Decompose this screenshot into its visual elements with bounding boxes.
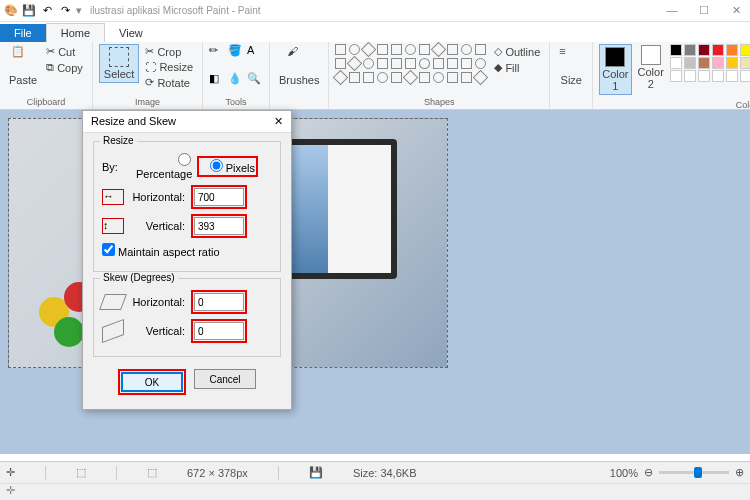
- shape-cell[interactable]: [405, 44, 416, 55]
- crop-button[interactable]: ✂Crop: [142, 44, 196, 59]
- color-swatch[interactable]: [740, 57, 750, 69]
- color-swatch[interactable]: [684, 44, 696, 56]
- shape-cell[interactable]: [461, 58, 472, 69]
- shape-cell[interactable]: [335, 58, 346, 69]
- radio-percentage[interactable]: Percentage: [136, 153, 191, 180]
- color-swatch[interactable]: [726, 70, 738, 82]
- pencil-icon[interactable]: ✏: [209, 44, 225, 57]
- color-swatch[interactable]: [740, 44, 750, 56]
- brushes-button[interactable]: 🖌Brushes: [276, 44, 322, 87]
- color-swatch[interactable]: [726, 57, 738, 69]
- tab-view[interactable]: View: [105, 24, 157, 42]
- shape-cell[interactable]: [475, 44, 486, 55]
- color-swatch[interactable]: [684, 70, 696, 82]
- color-swatch[interactable]: [684, 57, 696, 69]
- radio-pixels[interactable]: Pixels: [200, 159, 255, 174]
- shape-cell[interactable]: [377, 44, 388, 55]
- text-icon[interactable]: A: [247, 44, 263, 56]
- shapes-gallery[interactable]: [335, 44, 488, 85]
- shape-cell[interactable]: [417, 56, 433, 72]
- shape-cell[interactable]: [391, 58, 402, 69]
- shape-cell[interactable]: [419, 44, 430, 55]
- aspect-ratio-checkbox[interactable]: Maintain aspect ratio: [102, 243, 220, 258]
- skew-vertical-input[interactable]: [194, 322, 244, 340]
- picker-icon[interactable]: 💧: [228, 72, 244, 85]
- shape-cell[interactable]: [475, 58, 486, 69]
- shape-cell[interactable]: [349, 44, 360, 55]
- copy-button[interactable]: ⧉Copy: [43, 60, 86, 75]
- color-palette[interactable]: [670, 44, 750, 82]
- color-swatch[interactable]: [670, 44, 682, 56]
- shape-cell[interactable]: [403, 70, 419, 86]
- shape-cell[interactable]: [461, 72, 472, 83]
- color-swatch[interactable]: [712, 70, 724, 82]
- shape-cell[interactable]: [431, 42, 447, 58]
- zoom-out-button[interactable]: ⊖: [644, 466, 653, 479]
- shape-cell[interactable]: [363, 58, 374, 69]
- size-icon: ≡: [559, 45, 583, 73]
- shape-cell[interactable]: [349, 72, 360, 83]
- shape-cell[interactable]: [347, 56, 363, 72]
- zoom-in-button[interactable]: ⊕: [735, 466, 744, 479]
- dialog-close-icon[interactable]: ✕: [274, 115, 283, 128]
- resize-horizontal-input[interactable]: [194, 188, 244, 206]
- group-shapes: ◇Outline ◆Fill Shapes: [329, 42, 550, 109]
- shape-cell[interactable]: [419, 72, 430, 83]
- shape-cell[interactable]: [335, 44, 346, 55]
- tab-home[interactable]: Home: [46, 23, 105, 42]
- shape-cell[interactable]: [473, 70, 489, 86]
- shape-outline-button[interactable]: ◇Outline: [491, 44, 543, 59]
- color1-button[interactable]: Color 1: [599, 44, 631, 95]
- color-swatch[interactable]: [670, 57, 682, 69]
- horizontal-scrollbar[interactable]: ✛: [0, 483, 750, 500]
- redo-icon[interactable]: ↷: [58, 4, 72, 18]
- shape-cell[interactable]: [391, 44, 402, 55]
- color-swatch[interactable]: [698, 70, 710, 82]
- undo-icon[interactable]: ↶: [40, 4, 54, 18]
- shape-cell[interactable]: [461, 44, 472, 55]
- select-button[interactable]: Select: [99, 44, 140, 83]
- resize-vertical-input[interactable]: [194, 217, 244, 235]
- cancel-button[interactable]: Cancel: [194, 369, 256, 389]
- eraser-icon[interactable]: ◧: [209, 72, 225, 85]
- fill-shape-icon: ◆: [494, 61, 502, 74]
- color-swatch[interactable]: [726, 44, 738, 56]
- save-icon[interactable]: 💾: [22, 4, 36, 18]
- ok-button[interactable]: OK: [121, 372, 183, 392]
- paste-button[interactable]: 📋Paste: [6, 44, 40, 87]
- tab-file[interactable]: File: [0, 24, 46, 42]
- size-button[interactable]: ≡Size: [556, 44, 586, 87]
- shape-cell[interactable]: [405, 58, 416, 69]
- color2-button[interactable]: Color 2: [635, 44, 667, 91]
- color-swatch[interactable]: [698, 44, 710, 56]
- zoom-icon[interactable]: 🔍: [247, 72, 263, 85]
- color-swatch[interactable]: [698, 57, 710, 69]
- cut-button[interactable]: ✂Cut: [43, 44, 86, 59]
- zoom-slider[interactable]: [659, 471, 729, 474]
- shape-cell[interactable]: [433, 72, 444, 83]
- shape-cell[interactable]: [377, 72, 388, 83]
- shape-cell[interactable]: [447, 44, 458, 55]
- maximize-button[interactable]: ☐: [694, 4, 714, 17]
- brush-icon: 🖌: [287, 45, 311, 73]
- color-swatch[interactable]: [712, 44, 724, 56]
- fill-icon[interactable]: 🪣: [228, 44, 244, 57]
- minimize-button[interactable]: —: [662, 4, 682, 17]
- shape-cell[interactable]: [433, 58, 444, 69]
- shape-cell[interactable]: [333, 70, 349, 86]
- shape-fill-button[interactable]: ◆Fill: [491, 60, 543, 75]
- shape-cell[interactable]: [391, 72, 402, 83]
- shape-cell[interactable]: [447, 72, 458, 83]
- color-swatch[interactable]: [670, 70, 682, 82]
- shape-cell[interactable]: [447, 58, 458, 69]
- color-swatch[interactable]: [712, 57, 724, 69]
- shape-cell[interactable]: [377, 58, 388, 69]
- qat-dropdown-icon[interactable]: ▾: [76, 4, 82, 17]
- resize-button[interactable]: ⛶Resize: [142, 60, 196, 74]
- shape-cell[interactable]: [363, 72, 374, 83]
- shape-cell[interactable]: [361, 42, 377, 58]
- rotate-button[interactable]: ⟳Rotate: [142, 75, 196, 90]
- close-button[interactable]: ✕: [726, 4, 746, 17]
- skew-horizontal-input[interactable]: [194, 293, 244, 311]
- color-swatch[interactable]: [740, 70, 750, 82]
